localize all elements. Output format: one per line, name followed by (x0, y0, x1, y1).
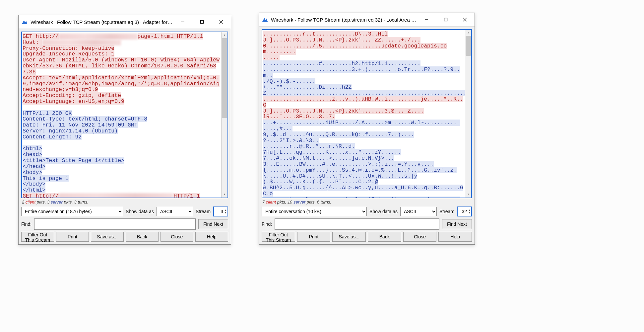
titlebar[interactable]: Wireshark · Follow TCP Stream (tcp.strea… (259, 13, 475, 27)
maximize-button[interactable] (436, 13, 455, 26)
stream-label: Stream (196, 209, 211, 214)
window-controls (173, 15, 231, 29)
show-data-as-select[interactable]: ASCII (157, 207, 193, 216)
options-row: Entire conversation (10 kB)Show data asA… (262, 207, 472, 216)
packet-summary: 7 client pkts, 10 server pkts, 6 turns. (262, 198, 472, 207)
spin-up-icon[interactable]: ▲ (468, 209, 471, 211)
client-bytes (42, 40, 121, 45)
server-bytes: HTTP/1.1 200 OK Content-Type: text/html;… (23, 110, 147, 194)
find-next-button[interactable]: Find Next (442, 219, 472, 229)
scroll-thumb[interactable] (222, 38, 227, 118)
show-data-as-label: Show data as (369, 209, 398, 214)
save-as-button[interactable]: Save as... (332, 232, 366, 242)
find-row: Find:Find Next (21, 218, 228, 230)
close-button[interactable] (212, 15, 231, 29)
back-button[interactable]: Back (126, 232, 159, 242)
save-as-button[interactable]: Save as... (91, 232, 124, 242)
minimize-button[interactable] (417, 13, 436, 26)
summary-part: pkts, 6 turns. (305, 200, 331, 205)
scroll-down-icon[interactable]: ▾ (465, 192, 471, 198)
close-button[interactable]: Close (403, 232, 437, 242)
maximize-button[interactable] (192, 15, 212, 29)
client-bytes: ............r..t............D\..3..HLl J… (263, 31, 447, 61)
options-row: Entire conversation (1876 bytes)Show dat… (21, 207, 228, 216)
scroll-up-icon[interactable]: ▴ (222, 32, 227, 38)
scroll-thumb[interactable] (466, 36, 471, 56)
summary-part: server (293, 200, 305, 205)
spin-down-icon[interactable]: ▼ (468, 211, 471, 214)
summary-part: 2 (22, 200, 26, 205)
window-title: Wireshark · Follow TCP Stream (tcp.strea… (31, 19, 173, 25)
scroll-down-icon[interactable]: ▾ (222, 192, 227, 198)
content-area: ............r..t............D\..3..HLl J… (259, 27, 475, 244)
client-bytes (59, 34, 138, 40)
wireshark-follow-stream-window: Wireshark · Follow TCP Stream (tcp.strea… (259, 13, 475, 245)
find-row: Find:Find Next (262, 218, 472, 230)
find-label: Find: (262, 221, 272, 227)
client-bytes: .....................z...v..).aHB.W..i..… (263, 96, 463, 120)
client-bytes: GET http:// (23, 193, 59, 198)
stream-textbox[interactable]: GET http:// page-1.html HTTP/1.1 Host: P… (21, 32, 228, 198)
content-area: GET http:// page-1.html HTTP/1.1 Host: P… (19, 29, 231, 244)
wireshark-icon (21, 19, 28, 25)
summary-part: pkts, 3 turns. (63, 200, 89, 205)
wireshark-follow-stream-window: Wireshark · Follow TCP Stream (tcp.strea… (18, 15, 231, 245)
vertical-scrollbar[interactable]: ▴▾ (465, 30, 471, 198)
stream-number-value: 32 (460, 209, 467, 214)
window-title: Wireshark · Follow TCP Stream (tcp.strea… (271, 17, 417, 23)
find-input[interactable] (34, 218, 196, 230)
titlebar[interactable]: Wireshark · Follow TCP Stream (tcp.strea… (19, 15, 231, 29)
spin-up-icon[interactable]: ▲ (225, 209, 227, 211)
print-button[interactable]: Print (56, 232, 89, 242)
stream-number-value: 3 (217, 209, 223, 214)
summary-part: server (51, 200, 63, 205)
stream-number-spinner[interactable]: 3▲▼ (213, 207, 228, 216)
summary-part: pkts, 10 (276, 200, 293, 205)
scroll-up-icon[interactable]: ▴ (465, 30, 471, 36)
stream-number-spinner[interactable]: 32▲▼ (457, 207, 472, 216)
summary-part: client (266, 200, 276, 205)
stream-label: Stream (439, 209, 454, 214)
find-label: Find: (21, 221, 32, 227)
help-button[interactable]: Help (195, 232, 228, 242)
client-bytes: GET http:// (23, 33, 59, 40)
summary-part: client (26, 200, 35, 205)
stream-content: GET http:// page-1.html HTTP/1.1 Host: P… (22, 32, 222, 198)
window-controls (417, 13, 475, 26)
server-bytes: .................#.........h2.http/1.1..… (263, 60, 465, 96)
stream-content: ............r..t............D\..3..HLl J… (262, 30, 465, 198)
spin-down-icon[interactable]: ▼ (225, 211, 227, 214)
stream-textbox[interactable]: ............r..t............D\..3..HLl J… (262, 29, 472, 198)
summary-part: 7 (262, 200, 266, 205)
vertical-scrollbar[interactable]: ▴▾ (221, 32, 227, 198)
help-button[interactable]: Help (438, 232, 472, 242)
server-bytes: ...+...............iUiP...../.A......>m … (263, 120, 463, 198)
svg-rect-1 (201, 21, 204, 24)
close-button[interactable]: Close (161, 232, 193, 242)
minimize-button[interactable] (173, 15, 192, 29)
action-buttons-row: Filter Out This StreamPrintSave as...Bac… (21, 232, 228, 242)
show-data-as-select[interactable]: ASCII (400, 207, 437, 216)
action-buttons-row: Filter Out This StreamPrintSave as...Bac… (262, 232, 472, 242)
back-button[interactable]: Back (368, 232, 401, 242)
close-button[interactable] (455, 13, 475, 26)
wireshark-icon (262, 16, 268, 23)
svg-rect-5 (444, 18, 447, 21)
packet-summary: 2 client pkts, 3 server pkts, 3 turns. (21, 198, 228, 207)
conversation-select[interactable]: Entire conversation (1876 bytes) (21, 207, 123, 216)
find-next-button[interactable]: Find Next (198, 219, 228, 229)
print-button[interactable]: Print (297, 232, 331, 242)
filter-out-this-stream-button[interactable]: Filter Out This Stream (21, 232, 54, 242)
client-bytes (59, 193, 174, 198)
conversation-select[interactable]: Entire conversation (10 kB) (262, 207, 367, 216)
summary-part: pkts, 3 (35, 200, 51, 205)
filter-out-this-stream-button[interactable]: Filter Out This Stream (262, 232, 295, 242)
show-data-as-label: Show data as (126, 209, 154, 214)
client-bytes: Proxy-Connection: keep-alive Upgrade-Ins… (23, 45, 220, 105)
find-input[interactable] (275, 218, 439, 230)
